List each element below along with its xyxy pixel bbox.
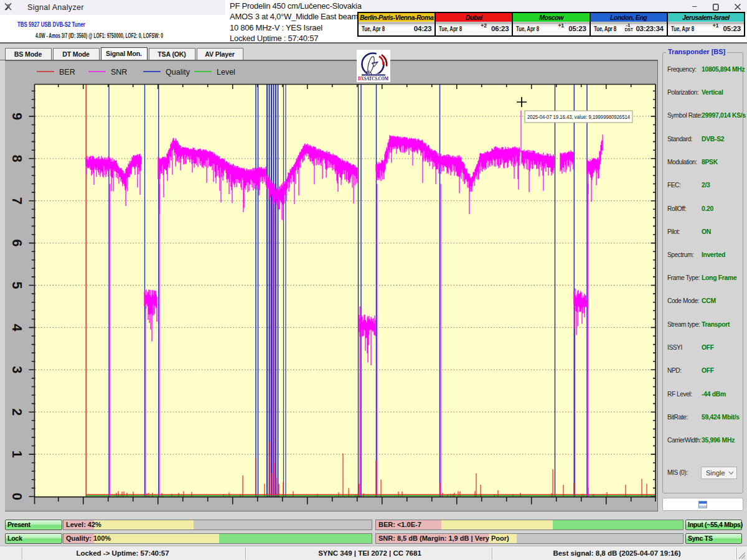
svg-text:1: 1 xyxy=(9,450,24,458)
svg-text:Quality: Quality xyxy=(166,68,190,77)
svg-text:BER: BER xyxy=(59,68,75,77)
svg-text:6: 6 xyxy=(9,240,24,247)
svg-text:9: 9 xyxy=(9,113,24,120)
svg-text:7: 7 xyxy=(9,197,24,205)
svg-text:2025-04-07 19.16.43, value: 9,: 2025-04-07 19.16.43, value: 9,1999998092… xyxy=(527,114,630,120)
svg-text:2: 2 xyxy=(9,408,24,416)
svg-text:8: 8 xyxy=(9,155,24,162)
svg-text:4: 4 xyxy=(9,324,24,331)
svg-text:Level: Level xyxy=(217,68,235,77)
svg-text:5: 5 xyxy=(9,282,24,289)
svg-text:DXSATCS.COM: DXSATCS.COM xyxy=(358,76,388,82)
svg-text:3: 3 xyxy=(9,366,24,373)
svg-text:SNR: SNR xyxy=(111,68,127,77)
svg-text:0: 0 xyxy=(9,493,24,500)
